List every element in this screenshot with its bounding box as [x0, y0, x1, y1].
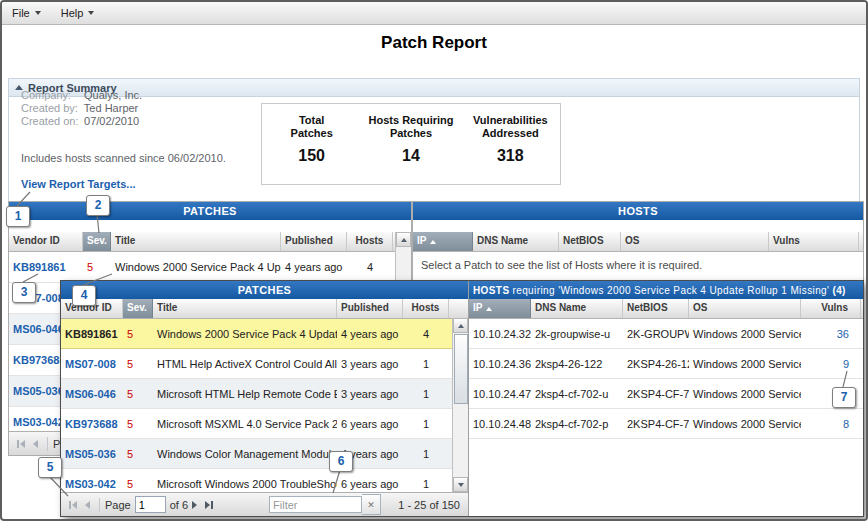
host-row[interactable]: 10.10.24.47 2ksp4-cf-702-u 2KSP4-CF-702-…: [469, 379, 863, 409]
overlay-hosts-panel: HOSTS requiring 'Windows 2000 Service Pa…: [469, 281, 863, 516]
patch-row[interactable]: MS06-046 5 Microsoft HTML Help Remote Co…: [61, 379, 468, 409]
scroll-down-button[interactable]: [453, 477, 468, 492]
scroll-up-icon: [458, 324, 464, 328]
prev-page-button[interactable]: [29, 437, 42, 451]
column-header-netbios[interactable]: NetBIOS: [559, 232, 621, 251]
severity-cell: 5: [123, 478, 153, 490]
severity-cell: 5: [123, 418, 153, 430]
os-cell: Windows 2000 Service Pack 3--: [689, 418, 801, 430]
ip-cell: 10.10.24.32: [469, 328, 531, 340]
first-page-button[interactable]: [13, 437, 29, 451]
filter-input[interactable]: [269, 496, 362, 513]
overlay-patches-scrollbar[interactable]: [452, 318, 468, 492]
help-menu[interactable]: Help: [51, 2, 105, 24]
scroll-up-button[interactable]: [453, 318, 468, 333]
ip-cell: 10.10.24.47: [469, 388, 531, 400]
netbios-cell: 2KSP4-26-122: [623, 358, 689, 370]
column-header-vulns[interactable]: Vulns: [801, 299, 861, 318]
hosts-header-text: requiring 'Windows 2000 Service Pack 4 U…: [512, 285, 829, 296]
callout-6: 6: [329, 451, 353, 472]
column-header-ip[interactable]: IP: [413, 232, 473, 251]
page-title: Patch Report: [2, 33, 866, 53]
hosts-count-cell: 4: [403, 328, 449, 340]
column-header-title[interactable]: Title: [153, 299, 337, 318]
published-cell: 3 years ago: [337, 358, 403, 370]
column-header-hosts[interactable]: Hosts: [347, 232, 393, 251]
column-header-vendor-id[interactable]: Vendor ID: [9, 232, 83, 251]
column-header-sev[interactable]: Sev.: [83, 232, 111, 251]
column-header-title[interactable]: Title: [111, 232, 281, 251]
stat-value: 150: [262, 147, 361, 165]
column-header-os[interactable]: OS: [621, 232, 769, 251]
netbios-cell: 2K-GROUPWIS: [623, 328, 689, 340]
prev-page-icon: [33, 440, 38, 448]
callout-2: 2: [86, 195, 110, 216]
patch-row[interactable]: MS05-036 5 Windows Color Management Modu…: [61, 439, 468, 469]
scroll-down-icon: [458, 483, 464, 487]
title-cell: Windows 2000 Service Pack 4 Update Rollu: [111, 261, 281, 273]
company-value: Qualys, Inc.: [84, 89, 142, 101]
scan-note: Includes hosts scanned since 06/02/2010.: [21, 152, 226, 164]
page-number-input[interactable]: [135, 496, 166, 513]
menu-bar: File Help: [2, 2, 866, 25]
host-row[interactable]: 10.10.24.48 2ksp4-cf-702-p 2KSP4-CF-702-…: [469, 409, 863, 439]
next-page-icon: [192, 501, 197, 509]
callout-1: 1: [6, 206, 30, 227]
first-page-icon: [17, 440, 19, 448]
page-label: Page: [105, 499, 131, 511]
caret-down-icon: [35, 11, 41, 15]
stat-label: Patches: [262, 127, 361, 140]
column-header-sev[interactable]: Sev.: [123, 299, 153, 318]
column-header-dns-name[interactable]: DNS Name: [473, 232, 559, 251]
overlay-patches-panel: PATCHES Vendor ID Sev. Title Published H…: [61, 281, 468, 516]
patches-column-headers: Vendor ID Sev. Title Published Hosts: [9, 232, 411, 252]
clear-filter-button[interactable]: ✕: [362, 494, 381, 515]
vulns-cell[interactable]: 36: [801, 328, 861, 340]
title-cell: Microsoft MSXML 4.0 Service Pack 2 Missi…: [153, 418, 337, 430]
patch-row[interactable]: KB973688 5 Microsoft MSXML 4.0 Service P…: [61, 409, 468, 439]
title-cell: Windows Color Management Module Remot: [153, 448, 337, 460]
title-cell: Windows 2000 Service Pack 4 Update Rollu: [153, 328, 337, 340]
last-page-button[interactable]: [201, 498, 217, 512]
patch-row[interactable]: KB891861 5 Windows 2000 Service Pack 4 U…: [9, 252, 411, 283]
column-header-published[interactable]: Published: [337, 299, 403, 318]
created-by-field: Created by: Ted Harper: [21, 102, 138, 115]
column-header-dns-name[interactable]: DNS Name: [531, 299, 623, 318]
patch-row-selected[interactable]: KB891861 5 Windows 2000 Service Pack 4 U…: [61, 319, 468, 349]
patch-row[interactable]: MS07-008 5 HTML Help ActiveX Control Cou…: [61, 349, 468, 379]
column-header-hosts[interactable]: Hosts: [403, 299, 449, 318]
severity-cell: 5: [123, 358, 153, 370]
hosts-header-count: (4): [832, 285, 845, 296]
hosts-count-cell: 1: [403, 358, 449, 370]
vulns-cell[interactable]: 9: [801, 358, 861, 370]
title-cell: Microsoft Windows 2000 TroubleShooter.: [153, 478, 337, 490]
host-row[interactable]: 10.10.24.36 2ksp4-26-122 2KSP4-26-122 Wi…: [469, 349, 863, 379]
column-header-published[interactable]: Published: [281, 232, 347, 251]
view-report-targets-link[interactable]: View Report Targets...: [21, 178, 136, 190]
first-page-button[interactable]: [65, 498, 81, 512]
callout-3: 3: [12, 282, 36, 303]
published-cell: 3 years ago: [337, 388, 403, 400]
scrollbar-thumb[interactable]: [454, 334, 468, 404]
scroll-up-button[interactable]: [396, 232, 411, 247]
host-row[interactable]: 10.10.24.32 2k-groupwise-u 2K-GROUPWIS W…: [469, 319, 863, 349]
os-cell: Windows 2000 Service Pack 3--: [689, 388, 801, 400]
prev-page-button[interactable]: [81, 498, 94, 512]
file-menu[interactable]: File: [2, 2, 51, 24]
summary-stats-box: Total Patches 150 Hosts Requiring Patche…: [261, 103, 561, 185]
column-header-ip[interactable]: IP: [469, 299, 531, 318]
hosts-count-cell: 1: [403, 418, 449, 430]
next-page-button[interactable]: [188, 498, 201, 512]
column-header-vulns[interactable]: Vulns: [769, 232, 859, 251]
vendor-id-cell: MS07-008: [61, 358, 123, 370]
stat-label: Patches: [361, 127, 460, 140]
title-cell: Microsoft HTML Help Remote Code Executio: [153, 388, 337, 400]
hosts-empty-message: Select a Patch to see the list of Hosts …: [421, 259, 702, 271]
column-header-netbios[interactable]: NetBIOS: [623, 299, 689, 318]
hosts-column-headers: IP DNS Name NetBIOS OS Vulns: [413, 232, 863, 252]
help-menu-label: Help: [61, 7, 84, 19]
vulns-cell[interactable]: 8: [801, 418, 861, 430]
published-cell: 6 years ago: [337, 478, 403, 490]
column-header-os[interactable]: OS: [689, 299, 801, 318]
created-on-value: 07/02/2010: [84, 115, 139, 127]
